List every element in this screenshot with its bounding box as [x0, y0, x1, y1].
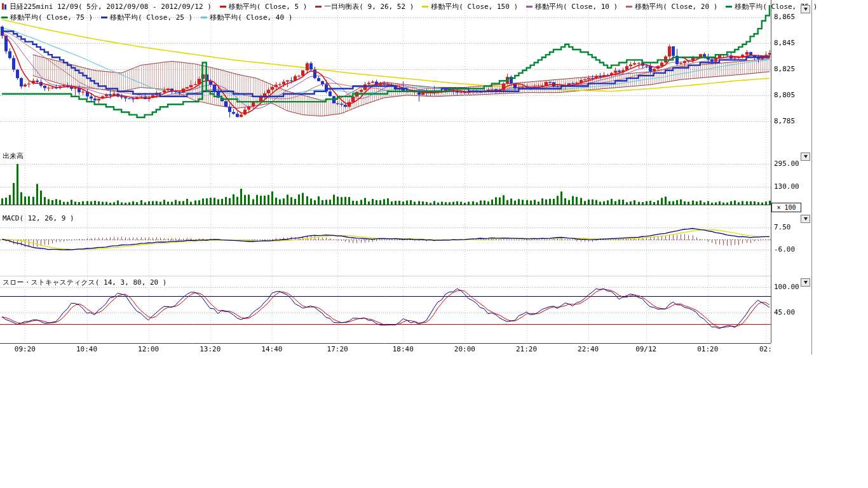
series-color-swatch: [626, 6, 632, 8]
candlestick-icon: [1, 3, 7, 10]
time-axis-label: 12:00: [135, 345, 163, 353]
time-axis-label: 20:00: [451, 345, 478, 353]
macd-axis-tick: 7.50: [774, 223, 791, 231]
legend-row-1: 日経225mini 12/09( 5分, 2012/09/08 - 2012/0…: [1, 2, 825, 11]
time-axis-label: 09/12: [632, 345, 660, 353]
chart-canvas[interactable]: [0, 0, 868, 488]
series-color-swatch: [1, 17, 8, 18]
legend-label: 移動平均( Close, 5 ): [229, 2, 307, 11]
price-axis-tick: 8,785: [774, 117, 795, 125]
price-axis-tick: 8,865: [774, 13, 795, 21]
volume-axis-tick: 295.00: [774, 159, 799, 168]
price-axis-tick: 8,845: [774, 39, 795, 47]
legend-item[interactable]: 移動平均( Close, 10 ): [526, 2, 618, 11]
legend-item[interactable]: 移動平均( Close, 5 ): [220, 2, 307, 11]
legend-label: 日経225mini 12/09( 5分, 2012/09/08 - 2012/0…: [10, 2, 212, 11]
time-axis-label: 02:: [752, 345, 771, 353]
time-axis-label: 21:20: [513, 345, 541, 353]
legend-label: 一目均衡表( 9, 26, 52 ): [324, 2, 414, 11]
legend-item[interactable]: 移動平均( Close, 75 ): [1, 13, 93, 22]
legend-label: 移動平均( Close, 25 ): [110, 13, 193, 22]
legend-label: 移動平均( Close, 75 ): [10, 13, 93, 22]
legend-item[interactable]: 移動平均( Close, 150 ): [422, 2, 518, 11]
time-axis-label: 09:20: [11, 345, 39, 353]
time-axis-label: 10:40: [73, 345, 101, 353]
legend-item[interactable]: 日経225mini 12/09( 5分, 2012/09/08 - 2012/0…: [1, 2, 212, 11]
time-axis-label: 14:40: [258, 345, 286, 353]
macd-pane-scroll-down-button[interactable]: [801, 215, 810, 223]
legend-item[interactable]: 一目均衡表( 9, 26, 52 ): [315, 2, 414, 11]
time-axis-label: 01:20: [694, 345, 722, 353]
legend-item[interactable]: 移動平均( Close, 20 ): [626, 2, 717, 11]
stoch-axis-tick: 45.00: [774, 308, 795, 316]
series-color-swatch: [315, 6, 322, 8]
series-color-swatch: [201, 17, 207, 18]
legend-label: 移動平均( Close, 40 ): [210, 13, 292, 22]
price-axis-tick: 8,825: [774, 65, 795, 73]
macd-axis-tick: -6.00: [774, 245, 795, 254]
series-color-swatch: [101, 17, 107, 18]
volume-pane-scroll-down-button[interactable]: [801, 152, 810, 161]
volume-axis-tick: 130.00: [774, 182, 799, 191]
stoch-pane-scroll-down-button[interactable]: [801, 278, 810, 287]
chevron-down-icon: [804, 281, 808, 284]
price-axis-tick: 8,805: [774, 91, 795, 99]
legend-item[interactable]: 移動平均( Close, 40 ): [201, 13, 292, 22]
legend-item[interactable]: 移動平均( Close, 25 ): [101, 13, 193, 22]
chevron-down-icon: [804, 8, 808, 11]
volume-unit-badge: × 100: [771, 203, 801, 212]
series-color-swatch: [726, 6, 732, 8]
stoch-pane-title: スロー・ストキャスティクス( 14, 3, 80, 20 ): [3, 278, 166, 287]
series-color-swatch: [422, 6, 428, 8]
price-pane-scroll-down-button[interactable]: [801, 5, 810, 13]
legend-row-2: 移動平均( Close, 75 )移動平均( Close, 25 )移動平均( …: [1, 13, 301, 22]
stoch-axis-tick: 100.00: [774, 283, 799, 291]
time-axis-label: 13:20: [196, 345, 224, 353]
legend-label: 移動平均( Close, 150 ): [431, 2, 518, 11]
time-axis: 09:2010:4012:0013:2014:4017:2018:4020:00…: [0, 345, 771, 355]
volume-pane-title: 出来高: [3, 151, 24, 161]
legend-label: 移動平均( Close, 20 ): [635, 2, 717, 11]
chevron-down-icon: [804, 155, 808, 158]
series-color-swatch: [526, 6, 532, 8]
legend-label: 移動平均( Close, 10 ): [535, 2, 618, 11]
chevron-down-icon: [804, 217, 808, 220]
series-color-swatch: [220, 6, 226, 8]
time-axis-label: 17:20: [323, 345, 351, 353]
macd-pane-title: MACD( 12, 26, 9 ): [3, 214, 74, 222]
time-axis-label: 18:40: [389, 345, 417, 353]
time-axis-label: 22:40: [574, 345, 602, 353]
